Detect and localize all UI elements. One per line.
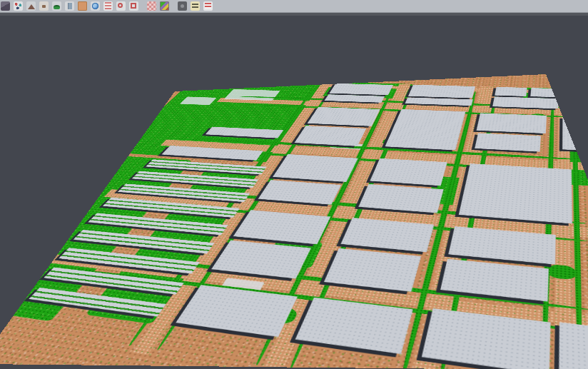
- building: [459, 163, 572, 223]
- points-icon[interactable]: [14, 1, 23, 11]
- building: [562, 117, 588, 151]
- building: [273, 154, 358, 182]
- building: [385, 109, 466, 151]
- flag-icon[interactable]: [203, 1, 213, 11]
- building: [330, 84, 393, 95]
- building: [477, 113, 547, 133]
- dem-icon[interactable]: [39, 1, 49, 11]
- building-icon[interactable]: [65, 1, 74, 11]
- building: [324, 248, 421, 292]
- building: [233, 210, 330, 244]
- concrete-pad: [224, 89, 280, 101]
- classified-cloud-icon[interactable]: [160, 1, 169, 11]
- hill-icon[interactable]: [52, 1, 61, 11]
- terrain-model[interactable]: [0, 74, 588, 369]
- toolbar: [0, 0, 588, 13]
- rect-select-icon[interactable]: [129, 1, 138, 11]
- circle-select-icon[interactable]: [116, 1, 126, 11]
- 3d-viewport[interactable]: [0, 16, 588, 369]
- classify-edit-icon[interactable]: [191, 1, 200, 11]
- profile-icon[interactable]: [103, 1, 113, 11]
- grid-select-icon[interactable]: [147, 1, 156, 11]
- building: [308, 107, 380, 126]
- building: [370, 158, 447, 186]
- orthophoto-icon[interactable]: [78, 1, 87, 11]
- building: [358, 184, 443, 213]
- building: [530, 88, 562, 97]
- building: [258, 180, 341, 205]
- city-plane: [0, 74, 588, 369]
- mountain-icon[interactable]: [26, 1, 36, 11]
- camera-icon[interactable]: [178, 1, 187, 11]
- cube-icon[interactable]: [1, 1, 10, 11]
- globe-icon[interactable]: [91, 1, 100, 11]
- building: [211, 241, 311, 279]
- building: [341, 218, 435, 252]
- building: [495, 87, 527, 96]
- building: [559, 322, 588, 369]
- building: [492, 96, 558, 108]
- tree-line: [547, 264, 576, 280]
- building: [295, 126, 367, 146]
- building: [408, 85, 475, 98]
